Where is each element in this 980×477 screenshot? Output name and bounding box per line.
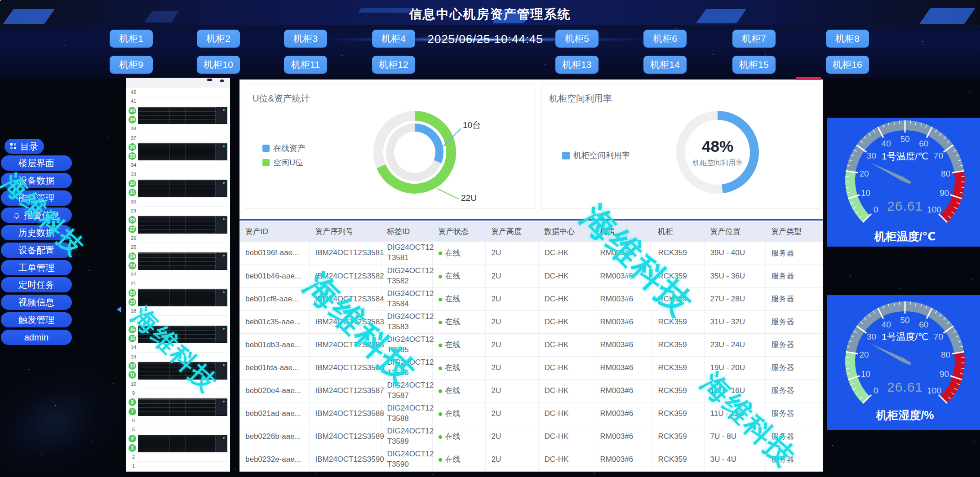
cabinet-button-8[interactable]: 机柜8	[826, 30, 869, 48]
rack-toolbar-icon[interactable]	[207, 79, 212, 81]
legend-free-u[interactable]: 空闲U位	[262, 157, 303, 168]
status-text: 在线	[445, 432, 461, 441]
rack-server-7u-8u[interactable]	[138, 398, 227, 416]
rack-server-27u-28u[interactable]	[138, 216, 227, 234]
cabinet-button-11[interactable]: 机柜11	[284, 56, 327, 74]
u-number: 1	[129, 463, 137, 468]
utilization-card: 机柜空间利用率 机柜空间利用率 48% 机柜空间利用率	[541, 84, 820, 209]
u-number-badge: 7	[129, 408, 136, 415]
sidebar-item-3[interactable]: 能耗管理	[1, 190, 72, 206]
cell-serial: IBM24OCT12S3587	[309, 379, 381, 402]
cell-height: 2U	[485, 333, 538, 356]
panel-collapse-arrow-icon[interactable]	[117, 306, 121, 313]
status-text: 在线	[445, 340, 461, 349]
rack-server-19u-20u[interactable]	[138, 289, 227, 307]
status-text: 在线	[445, 363, 461, 372]
u-number-badge: 39	[129, 116, 136, 124]
column-header: 资产类型	[765, 221, 823, 242]
cabinet-button-1[interactable]: 机柜1	[110, 30, 153, 48]
menu-grid-icon	[10, 143, 17, 150]
cabinet-button-12[interactable]: 机柜12	[372, 56, 415, 74]
table-row[interactable]: beb01db3-aae...IBM24OCT12S3585DIG24OCT12…	[239, 333, 823, 356]
cell-room: RM003#6	[594, 356, 652, 379]
cell-type: 服务器	[765, 356, 823, 379]
sidebar-item-6[interactable]: 设备配置	[1, 243, 72, 258]
rack-server-39u-40u[interactable]	[138, 107, 227, 124]
legend-online-assets[interactable]: 在线资产	[262, 143, 306, 154]
cell-status: 在线	[432, 333, 485, 356]
rack-u-slot-38: 38	[126, 124, 230, 133]
cabinet-button-4[interactable]: 机柜4	[372, 30, 415, 48]
cabinet-button-9[interactable]: 机柜9	[110, 56, 153, 74]
rack-server-11u-12u[interactable]	[138, 362, 227, 380]
cabinet-button-6[interactable]: 机柜6	[643, 30, 687, 48]
sidebar-item-7[interactable]: 工单管理	[1, 260, 72, 275]
table-row[interactable]: beb0226b-aae...IBM24OCT12S3589DIG24OCT12…	[239, 425, 823, 448]
cabinet-button-7[interactable]: 机柜7	[732, 30, 776, 48]
cell-tag-id: DIG24OCT12 T3581	[381, 242, 432, 265]
table-row[interactable]: beb01b46-aae...IBM24OCT12S3582DIG24OCT12…	[239, 265, 823, 287]
cabinet-button-10[interactable]: 机柜10	[197, 56, 240, 74]
column-header: 资产序列号	[309, 221, 381, 242]
table-row[interactable]: beb01fda-aae...IBM24OCT12S3586DIG24OCT12…	[239, 356, 823, 379]
online-status-dot	[439, 321, 442, 324]
table-row[interactable]: beb0196f-aae...IBM24OCT12S3581DIG24OCT12…	[239, 242, 823, 265]
rack-u-slot-34: 34	[126, 161, 230, 170]
sidebar-item-label: 工单管理	[18, 262, 54, 274]
u-number: 10	[129, 381, 137, 387]
cabinet-button-13[interactable]: 机柜13	[555, 56, 599, 74]
cabinet-button-14[interactable]: 机柜14	[643, 56, 687, 74]
cell-status: 在线	[432, 310, 485, 333]
cell-dc: DC-HK	[538, 310, 594, 333]
table-row[interactable]: beb01cf8-aae...IBM24OCT12S3584DIG24OCT12…	[239, 287, 823, 310]
sidebar-item-label: 视频信息	[18, 296, 54, 309]
cabinet-button-2[interactable]: 机柜2	[197, 30, 240, 48]
legend-utilization[interactable]: 机柜空间利用率	[562, 150, 630, 161]
rack-u-slot-37: 37	[126, 134, 230, 143]
table-row[interactable]: beb021ad-aae...IBM24OCT12S3588DIG24OCT12…	[239, 402, 823, 425]
column-header: 机柜	[652, 221, 704, 242]
cell-dc: DC-HK	[538, 402, 594, 425]
rack-toolbar-icon[interactable]	[220, 80, 224, 82]
svg-text:90: 90	[940, 369, 949, 379]
rack-server-31u-32u[interactable]	[138, 180, 227, 197]
cabinet-button-5[interactable]: 机柜5	[555, 30, 599, 48]
cell-cabinet: RCK359	[652, 425, 704, 448]
cell-cabinet: RCK359	[652, 333, 704, 356]
cabinet-button-15[interactable]: 机柜15	[732, 56, 776, 74]
sidebar-item-0[interactable]: 目录	[4, 139, 44, 154]
table-row[interactable]: beb01c35-aae...IBM24OCT12S3583DIG24OCT12…	[239, 310, 823, 333]
rack-u-slot-22: 22	[126, 270, 230, 279]
rack-server-35u-36u[interactable]	[138, 143, 227, 161]
cabinet-button-3[interactable]: 机柜3	[284, 30, 327, 48]
sidebar-item-9[interactable]: 视频信息	[1, 295, 72, 310]
rack-u-slot-2: 2	[126, 453, 230, 462]
rack-server-3u-4u[interactable]	[138, 435, 227, 452]
sidebar-item-5[interactable]: 历史数据	[1, 225, 72, 240]
rack-server-15u-16u[interactable]	[138, 326, 227, 343]
u-number: 6	[129, 418, 137, 423]
u-number-badge: 40	[129, 107, 136, 115]
sidebar-item-1[interactable]: 楼层界面	[1, 155, 72, 171]
cell-room: RM003#6	[594, 287, 652, 310]
cell-position: 3U - 4U	[704, 448, 765, 471]
cabinet-button-16[interactable]: 机柜16	[826, 56, 869, 74]
sidebar-item-10[interactable]: 触发管理	[1, 312, 72, 327]
gauge-value: 26.61	[827, 199, 980, 214]
rack-server-23u-24u[interactable]	[138, 252, 227, 270]
table-row[interactable]: beb020e4-aae...IBM24OCT12S3587DIG24OCT12…	[239, 379, 823, 402]
cell-status: 在线	[432, 425, 485, 448]
cell-status: 在线	[432, 287, 485, 310]
sidebar-item-4[interactable]: 报警信息	[1, 208, 72, 223]
u-number-badge: 4	[129, 435, 136, 442]
sidebar-item-2[interactable]: 设备数据	[1, 173, 72, 188]
cell-height: 2U	[485, 287, 538, 310]
cell-height: 2U	[485, 356, 538, 379]
cell-position: 11U - 12U	[704, 402, 765, 425]
cell-tag-id: DIG24OCT12 T3589	[381, 425, 432, 448]
sidebar-item-8[interactable]: 定时任务	[1, 277, 72, 292]
table-row[interactable]: beb0232e-aae...IBM24OCT12S3590DIG24OCT12…	[239, 448, 823, 471]
u-number: 18	[129, 308, 137, 314]
u-number-badge: 15	[129, 335, 136, 342]
sidebar-item-admin[interactable]: admin	[1, 330, 72, 345]
